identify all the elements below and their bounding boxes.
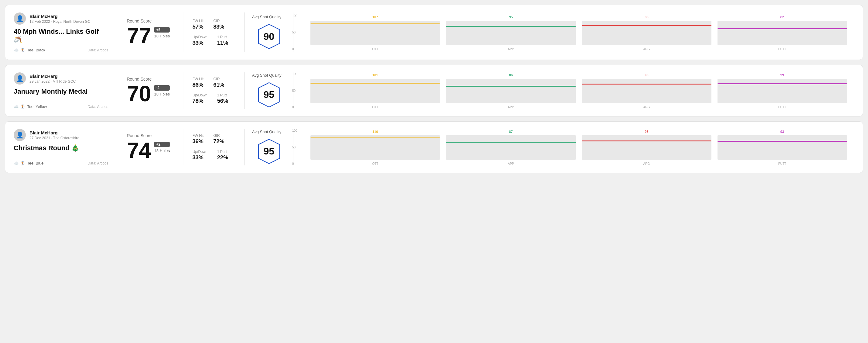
weather-icon: ☁️ — [14, 161, 19, 165]
stat-oneputt: 1 Putt 22% — [217, 150, 228, 161]
round-title: 40 Mph Winds... Links Golf 🪃 — [14, 28, 108, 43]
stats-row-top: FW Hit 57% GIR 83% — [192, 19, 236, 30]
chart-top-value: 110 — [372, 130, 378, 133]
y-label: 50 — [292, 31, 297, 34]
chart-top-value: 107 — [372, 15, 378, 19]
bar-container — [310, 79, 440, 103]
chart-column-putt: 93 PUTT — [717, 130, 847, 165]
tee-info: ☁️ 🏌️ Tee: Yellow — [14, 104, 47, 109]
left-section: 👤 Blair McHarg 12 Feb 2022 · Royal North… — [14, 12, 117, 52]
bar-container — [717, 79, 847, 103]
score-badge: +2 — [154, 142, 169, 147]
stat-fw-hit: FW Hit 36% — [192, 133, 204, 145]
oneputt-label: 1 Putt — [217, 35, 228, 39]
chart-col-label: ARG — [643, 162, 650, 165]
bar-container — [582, 21, 711, 45]
tee-label: Tee: Black — [27, 48, 45, 52]
stats-row-bottom: Up/Down 33% 1 Putt 11% — [192, 35, 236, 46]
bar-background — [582, 21, 711, 45]
chart-section: 100500 110 OTT 87 — [293, 129, 854, 165]
user-date-course: 27 Dec 2021 · The Oxfordshire — [30, 136, 79, 140]
stats-section: FW Hit 86% GIR 61% Up/Down 78% 1 Putt 56… — [184, 72, 245, 109]
bar-line — [310, 23, 440, 24]
chart-column-app: 86 APP — [446, 73, 576, 109]
chart-top-value: 82 — [780, 15, 784, 19]
round-score-label: Round Score — [127, 76, 174, 82]
avg-section: Avg Shot Quality 95 — [245, 129, 293, 165]
weather-icon: ☁️ — [14, 48, 19, 52]
chart-top-value: 87 — [509, 130, 513, 133]
round-score-label: Round Score — [127, 133, 174, 138]
stats-row-bottom: Up/Down 33% 1 Putt 22% — [192, 150, 236, 161]
bar-container — [582, 79, 711, 103]
chart-column-ott: 110 OTT — [310, 130, 440, 165]
round-card: 👤 Blair McHarg 29 Jan 2022 · Mill Ride G… — [5, 65, 863, 117]
bar-background — [310, 21, 440, 45]
chart-top-value: 98 — [645, 15, 649, 19]
oneputt-label: 1 Putt — [217, 93, 228, 97]
score-row: 70 -2 18 Holes — [127, 83, 174, 104]
bar-line — [446, 26, 576, 27]
bar-line — [310, 83, 440, 84]
chart-column-putt: 99 PUTT — [717, 73, 847, 109]
updown-label: Up/Down — [192, 35, 207, 39]
fw-hit-label: FW Hit — [192, 19, 204, 23]
hexagon: 90 — [255, 23, 283, 50]
chart-column-app: 87 APP — [446, 130, 576, 165]
updown-value: 33% — [192, 40, 207, 46]
badge-holes: -2 18 Holes — [154, 83, 169, 96]
bar-container — [717, 21, 847, 45]
chart-col-label: PUTT — [778, 48, 786, 51]
bar-container — [446, 21, 576, 45]
updown-value: 33% — [192, 154, 207, 161]
stat-fw-hit: FW Hit 86% — [192, 77, 204, 88]
bar-container — [582, 135, 711, 160]
data-source: Data: Arccos — [88, 161, 108, 165]
hexagon: 95 — [255, 81, 283, 108]
chart-top-value: 86 — [509, 73, 513, 77]
chart-col-label: OTT — [372, 162, 378, 165]
round-title: January Monthly Medal — [14, 88, 108, 95]
tee-data-row: ☁️ 🏌️ Tee: Black Data: Arccos — [14, 48, 108, 52]
bar-line — [310, 137, 440, 138]
chart-col-label: APP — [508, 162, 514, 165]
gir-label: GIR — [213, 19, 224, 23]
stats-row-bottom: Up/Down 78% 1 Putt 56% — [192, 93, 236, 104]
avg-label: Avg Shot Quality — [252, 129, 282, 134]
bar-background — [446, 21, 576, 45]
avatar: 👤 — [14, 12, 26, 25]
chart-section: 100500 101 OTT 86 — [293, 72, 854, 109]
weather-icon: ☁️ — [14, 104, 19, 109]
user-name: Blair McHarg — [30, 130, 79, 135]
updown-label: Up/Down — [192, 150, 207, 154]
chart-section: 100500 107 OTT 95 — [293, 12, 854, 52]
score-badge: -2 — [154, 85, 169, 91]
chart-top-value: 95 — [645, 130, 649, 133]
user-name: Blair McHarg — [30, 14, 90, 19]
bar-background — [310, 135, 440, 160]
hexagon-score: 95 — [264, 146, 275, 157]
stats-section: FW Hit 36% GIR 72% Up/Down 33% 1 Putt 22… — [184, 129, 245, 165]
bar-line — [717, 83, 847, 84]
chart-column-arg: 98 ARG — [582, 15, 711, 51]
tee-data-row: ☁️ 🏌️ Tee: Blue Data: Arccos — [14, 161, 108, 165]
bar-line — [446, 142, 576, 143]
stats-section: FW Hit 57% GIR 83% Up/Down 33% 1 Putt 11… — [184, 12, 245, 52]
bar-background — [446, 135, 576, 160]
bar-line — [717, 28, 847, 29]
stats-row-top: FW Hit 86% GIR 61% — [192, 77, 236, 88]
bag-icon: 🏌️ — [20, 48, 25, 52]
holes-label: 18 Holes — [154, 34, 169, 38]
chart-column-arg: 95 ARG — [582, 130, 711, 165]
data-source: Data: Arccos — [88, 104, 108, 109]
bag-icon: 🏌️ — [20, 104, 25, 109]
tee-data-row: ☁️ 🏌️ Tee: Yellow Data: Arccos — [14, 104, 108, 109]
holes-label: 18 Holes — [154, 148, 169, 153]
bar-container — [446, 79, 576, 103]
left-section: 👤 Blair McHarg 27 Dec 2021 · The Oxfords… — [14, 129, 117, 165]
tee-info: ☁️ 🏌️ Tee: Blue — [14, 161, 43, 165]
score-row: 74 +2 18 Holes — [127, 139, 174, 161]
fw-hit-value: 36% — [192, 138, 204, 145]
gir-value: 61% — [213, 82, 224, 88]
data-source: Data: Arccos — [88, 48, 108, 52]
